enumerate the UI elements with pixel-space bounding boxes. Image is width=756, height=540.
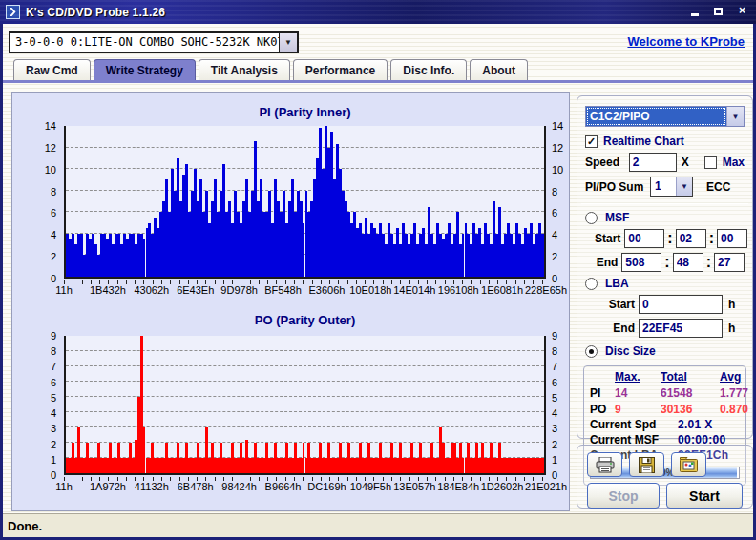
pi-chart-plot: [64, 126, 546, 279]
msf-end-frame[interactable]: [714, 253, 745, 272]
pi-total: 61548: [661, 386, 720, 400]
start-button[interactable]: Start: [666, 483, 743, 509]
msf-start-frame[interactable]: [717, 229, 747, 248]
realtime-checkbox[interactable]: ✓: [585, 135, 598, 148]
tab-performance[interactable]: Performance: [293, 59, 388, 80]
stats-header-avg: Avg: [720, 370, 748, 384]
msf-start-sec[interactable]: [676, 229, 706, 248]
po-yaxis-right: 0123456789: [548, 336, 575, 475]
stats-header-total: Total: [661, 370, 720, 384]
drive-selector-arrow[interactable]: ▼: [279, 33, 297, 52]
tab-tilt-analysis[interactable]: Tilt Analysis: [199, 59, 290, 80]
msf-end-sec[interactable]: [673, 253, 704, 272]
max-label: Max: [723, 156, 745, 169]
po-total: 30136: [661, 403, 720, 416]
pi-chart-title: PI (Parity Inner): [64, 105, 546, 119]
pipo-sum-arrow-icon[interactable]: ▼: [676, 177, 692, 196]
tab-disc-info[interactable]: Disc Info.: [390, 59, 467, 80]
po-avg: 0.870: [720, 403, 748, 416]
lba-start-label: Start: [595, 298, 635, 311]
pipo-sum-select[interactable]: 1 ▼: [650, 177, 693, 197]
msf-label: MSF: [605, 211, 629, 224]
realtime-label: Realtime Chart: [603, 135, 684, 148]
mode-select[interactable]: C1C2/PIPO ▼: [585, 106, 745, 127]
current-spd-label: Current Spd: [590, 418, 678, 431]
tab-strip: Raw Cmd Write Strategy Tilt Analysis Per…: [13, 59, 528, 80]
po-chart-plot: [64, 336, 546, 475]
print-button[interactable]: [587, 452, 622, 477]
lba-start-input[interactable]: [639, 295, 723, 314]
pi-max: 14: [615, 386, 661, 400]
drive-selector-value: 3-0-0-0 0:LITE-ON COMBO SOHC-5232K NK07: [10, 33, 279, 52]
pi-yaxis-right: 02468101214: [548, 126, 575, 279]
divider: [581, 203, 748, 204]
minimize-button[interactable]: [686, 5, 703, 19]
action-group: Stop Start: [577, 445, 753, 509]
pi-yaxis-left: 02468101214: [33, 126, 60, 279]
disc-size-radio[interactable]: [585, 345, 598, 358]
image-folder-icon: [680, 457, 698, 472]
po-row-label: PO: [590, 403, 615, 416]
lba-radio[interactable]: [585, 278, 598, 290]
pi-row-label: PI: [590, 386, 615, 400]
speed-input[interactable]: [629, 153, 677, 172]
app-icon: [6, 5, 20, 19]
drive-selector[interactable]: 3-0-0-0 0:LITE-ON COMBO SOHC-5232K NK07 …: [9, 31, 299, 53]
speed-label: Speed: [585, 156, 629, 169]
disc-size-label: Disc Size: [605, 344, 656, 358]
app-window: K's CD/DVD Probe 1.1.26 × 3-0-0-0 0:LITE…: [0, 0, 756, 540]
pi-xaxis-labels: 11h1B432h43062h6E43Eh9D978hBF548hE3606h1…: [64, 284, 546, 298]
mode-select-arrow-icon[interactable]: ▼: [726, 107, 744, 126]
mode-select-value: C1C2/PIPO: [586, 107, 726, 126]
msf-end-min[interactable]: [621, 253, 662, 272]
current-spd-value: 2.01 X: [678, 418, 713, 431]
speed-unit: X: [682, 156, 689, 169]
stats-header-max: Max.: [615, 370, 661, 384]
pipo-sum-value: 1: [651, 177, 676, 196]
control-group: C1C2/PIPO ▼ ✓ Realtime Chart Speed X Max…: [577, 95, 753, 439]
pipo-sum-label: PI/PO Sum: [585, 180, 650, 194]
charts-panel: PI (Parity Inner) 02468101214 0246810121…: [11, 92, 570, 511]
max-checkbox[interactable]: [704, 156, 717, 169]
tab-underline: [3, 80, 753, 83]
close-button[interactable]: ×: [734, 5, 750, 19]
lba-label: LBA: [605, 277, 629, 290]
po-max: 9: [615, 403, 661, 416]
status-text: Done.: [8, 519, 42, 533]
po-chart-title: PO (Parity Outer): [64, 313, 546, 327]
client-area: 3-0-0-0 0:LITE-ON COMBO SOHC-5232K NK07 …: [3, 24, 753, 513]
save-button[interactable]: [629, 452, 664, 477]
msf-end-label: End: [595, 256, 618, 269]
stop-button[interactable]: Stop: [587, 483, 660, 509]
lba-end-suffix: h: [728, 322, 735, 335]
floppy-disk-icon: [639, 457, 655, 473]
pi-avg: 1.777: [720, 386, 748, 400]
msf-start-min[interactable]: [624, 229, 664, 248]
save-image-button[interactable]: [671, 452, 706, 477]
po-xaxis-labels: 11h1A972h41132h6B478h98424hB9664hDC169h1…: [64, 481, 546, 494]
status-bar: Done.: [3, 513, 753, 537]
title-bar: K's CD/DVD Probe 1.1.26 ×: [0, 0, 756, 24]
lba-start-suffix: h: [728, 298, 735, 311]
msf-radio[interactable]: [585, 212, 598, 224]
lba-end-label: End: [595, 322, 635, 335]
tab-raw-cmd[interactable]: Raw Cmd: [13, 59, 91, 80]
maximize-button[interactable]: [710, 5, 726, 19]
printer-icon: [596, 457, 615, 473]
msf-start-label: Start: [595, 232, 620, 245]
window-title: K's CD/DVD Probe 1.1.26: [26, 6, 165, 19]
tab-write-strategy[interactable]: Write Strategy: [94, 59, 196, 80]
po-yaxis-left: 0123456789: [33, 336, 60, 475]
tab-about[interactable]: About: [470, 59, 528, 80]
ecc-label: ECC: [706, 180, 730, 194]
welcome-link[interactable]: Welcome to KProbe: [627, 34, 745, 49]
lba-end-input[interactable]: [639, 319, 723, 338]
